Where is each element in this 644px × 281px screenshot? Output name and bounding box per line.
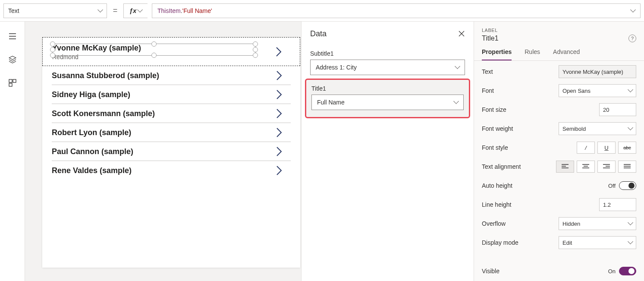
field-label: Title1 — [311, 85, 464, 92]
left-rail — [0, 22, 25, 281]
tab-rules[interactable]: Rules — [525, 48, 540, 60]
gallery-item[interactable]: Scott Konersmann (sample) — [52, 104, 291, 123]
title-select[interactable]: Full Name — [311, 95, 464, 110]
gallery-item-title: Susanna Stubberod (sample) — [52, 71, 291, 80]
toggle-state: On — [608, 268, 616, 275]
fontstyle-group: / U abc — [577, 142, 636, 154]
gallery-item[interactable]: Paul Cannon (sample) — [52, 142, 291, 161]
subtitle-select-value: Address 1: City — [316, 64, 357, 71]
prop-text-value[interactable]: Yvonne McKay (sample) — [559, 65, 636, 78]
underline-button[interactable]: U — [597, 142, 616, 154]
prop-label: Font — [482, 87, 494, 94]
chevron-right-icon[interactable] — [275, 164, 283, 177]
hamburger-icon[interactable] — [8, 32, 17, 41]
chevron-down-icon — [628, 240, 632, 246]
prop-row-fontweight: Font weight Semibold — [482, 122, 636, 135]
components-icon[interactable] — [8, 79, 17, 87]
chevron-right-icon[interactable] — [275, 145, 283, 158]
prop-row-text: Text Yvonne McKay (sample) — [482, 65, 636, 78]
prop-row-visible: Visible On — [482, 265, 636, 278]
data-field-subtitle: Subtitle1 Address 1: City — [310, 50, 465, 75]
prop-row-align: Text alignment — [482, 160, 636, 173]
align-justify-button[interactable] — [618, 161, 636, 173]
resize-handle[interactable] — [151, 53, 157, 58]
strikethrough-button[interactable]: abc — [618, 142, 636, 154]
property-selector-value: Text — [8, 7, 19, 14]
data-pane-body: Subtitle1 Address 1: City Title1 Full Na… — [302, 46, 474, 116]
gallery-item-title: Paul Cannon (sample) — [52, 147, 291, 156]
app-canvas[interactable]: Yvonne McKay (sample) Redmond Susanna St… — [42, 37, 300, 268]
prop-font-value: Open Sans — [562, 88, 591, 94]
visible-toggle[interactable]: On — [608, 267, 636, 275]
prop-displaymode-select[interactable]: Edit — [559, 236, 636, 249]
toggle-state: Off — [608, 183, 616, 189]
prop-overflow-select[interactable]: Hidden — [559, 217, 636, 230]
prop-row-fontsize: Font size 20 — [482, 103, 636, 116]
prop-row-font: Font Open Sans — [482, 84, 636, 97]
align-left-button[interactable] — [556, 161, 574, 173]
properties-header: LABEL Title1 ? — [474, 22, 644, 42]
equals-sign: = — [111, 6, 119, 15]
tab-properties[interactable]: Properties — [482, 48, 512, 60]
gallery-item[interactable]: Sidney Higa (sample) — [52, 85, 291, 104]
data-pane-title: Data — [310, 29, 327, 38]
properties-pane: LABEL Title1 ? Properties Rules Advanced… — [474, 22, 644, 281]
resize-handle[interactable] — [253, 53, 258, 58]
prop-label: Visible — [482, 268, 499, 275]
data-field-title-highlighted: Title1 Full Name — [305, 79, 470, 118]
chevron-down-icon — [138, 7, 142, 14]
formula-input[interactable]: ThisItem.'Full Name' — [152, 3, 641, 18]
resize-handle[interactable] — [50, 53, 55, 58]
gallery-item-selected[interactable]: Yvonne McKay (sample) Redmond — [42, 37, 300, 66]
property-selector[interactable]: Text — [3, 3, 107, 18]
prop-label: Display mode — [482, 239, 518, 246]
resize-handle[interactable] — [50, 41, 55, 47]
gallery[interactable]: Yvonne McKay (sample) Redmond Susanna St… — [42, 37, 300, 180]
gallery-item[interactable]: Susanna Stubberod (sample) — [52, 66, 291, 85]
gallery-item[interactable]: Rene Valdes (sample) — [52, 161, 291, 180]
formula-expression: ThisItem.'Full Name' — [157, 7, 212, 14]
prop-fontweight-select[interactable]: Semibold — [559, 122, 636, 135]
chevron-right-icon[interactable] — [275, 126, 283, 139]
prop-label: Line height — [482, 201, 512, 208]
align-group — [556, 161, 636, 173]
subtitle-select[interactable]: Address 1: City — [310, 60, 465, 75]
layers-icon[interactable] — [8, 55, 17, 64]
align-center-button[interactable] — [577, 161, 595, 173]
chevron-down-icon — [628, 126, 632, 132]
prop-font-select[interactable]: Open Sans — [559, 84, 636, 97]
prop-displaymode-value: Edit — [562, 240, 572, 246]
resize-handle[interactable] — [253, 41, 258, 47]
resize-handle[interactable] — [151, 41, 157, 47]
selection-box[interactable] — [52, 44, 256, 56]
resize-handle[interactable] — [253, 47, 258, 52]
prop-label: Text alignment — [482, 163, 521, 170]
prop-label: Font size — [482, 106, 506, 113]
close-icon[interactable] — [458, 30, 465, 37]
prop-label: Text — [482, 68, 493, 75]
help-icon[interactable]: ? — [628, 35, 636, 42]
chevron-down-icon — [456, 64, 459, 71]
prop-fontweight-value: Semibold — [562, 126, 586, 132]
align-right-button[interactable] — [597, 161, 616, 173]
svg-rect-0 — [9, 79, 12, 82]
properties-tabs: Properties Rules Advanced — [474, 42, 644, 61]
chevron-right-icon[interactable] — [275, 69, 283, 82]
chevron-right-icon[interactable] — [275, 88, 283, 101]
control-name[interactable]: Title1 — [482, 35, 499, 42]
resize-handle[interactable] — [50, 47, 55, 52]
chevron-right-icon[interactable] — [275, 107, 283, 120]
italic-button[interactable]: / — [577, 142, 595, 154]
data-pane-header: Data — [302, 22, 474, 46]
gallery-item[interactable]: Robert Lyon (sample) — [52, 123, 291, 142]
chevron-down-icon — [98, 7, 102, 14]
prop-lineheight-input[interactable]: 1.2 — [599, 198, 636, 211]
prop-label: Auto height — [482, 182, 512, 189]
prop-fontsize-input[interactable]: 20 — [599, 103, 636, 116]
chevron-right-icon[interactable] — [275, 46, 283, 58]
formula-bar: Text = ƒx ThisItem.'Full Name' — [0, 0, 644, 22]
properties-list: Text Yvonne McKay (sample) Font Open San… — [474, 61, 644, 281]
tab-advanced[interactable]: Advanced — [553, 48, 580, 60]
fx-button[interactable]: ƒx — [123, 3, 148, 18]
autoheight-toggle[interactable]: Off — [608, 181, 636, 190]
